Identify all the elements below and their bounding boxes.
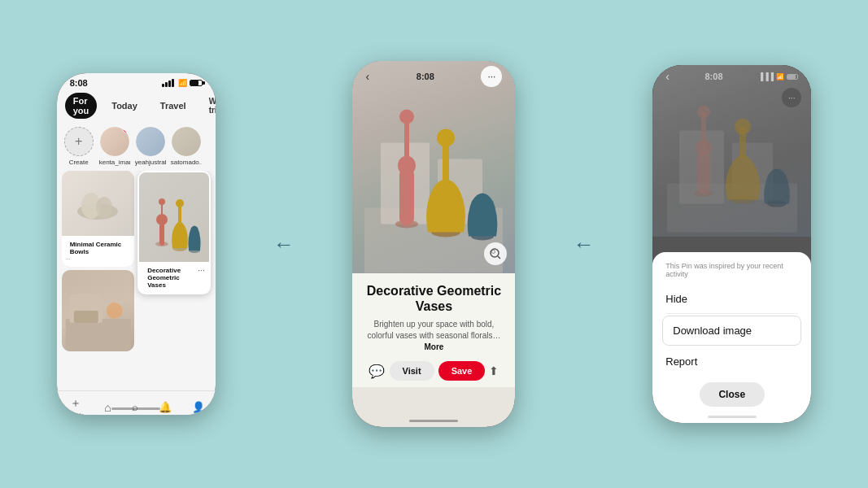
svg-rect-35 (697, 150, 710, 195)
phone2-vases-svg (364, 61, 503, 273)
story-kenta[interactable]: 2 kenta_iman (99, 127, 130, 166)
phone-3: ‹ 8:08 ▐▐▐ 📶 (652, 65, 811, 423)
phone3-status-icons: ▐▐▐ 📶 (758, 72, 798, 81)
save-button[interactable]: Save (438, 361, 486, 381)
create-avatar: + (64, 127, 94, 156)
menu-item-download[interactable]: Download image (662, 316, 801, 346)
story-name-yeah: yeahjustrafa (135, 159, 166, 166)
lens-button[interactable] (484, 242, 507, 265)
phone2-back-button[interactable]: ‹ (365, 70, 369, 83)
menu-sheet: This Pin was inspired by your recent act… (652, 252, 811, 423)
bottom-nav-create[interactable]: ＋ Create (67, 396, 84, 415)
pin-vases[interactable]: Decorative Geometric Vases ··· (137, 171, 211, 294)
menu-item-hide[interactable]: Hide (665, 285, 798, 314)
phone3-status: ‹ 8:08 ▐▐▐ 📶 (652, 65, 811, 86)
pin-img-ceramic (62, 171, 135, 236)
lens-icon (489, 247, 502, 260)
bell-icon: 🔔 (159, 401, 172, 413)
svg-rect-3 (65, 319, 130, 351)
bottom-nav-profile[interactable]: 👤 (192, 401, 205, 413)
phone-2: ‹ 8:08 ··· Decorative Geometric Vases Br… (352, 61, 515, 427)
bottom-nav-home[interactable]: ⌂ (104, 401, 111, 414)
story-create[interactable]: + Create (63, 127, 94, 166)
masonry-col-2: Decorative Geometric Vases ··· (137, 171, 211, 390)
story-yeah[interactable]: yeahjustrafa (135, 127, 166, 166)
battery-icon (190, 80, 203, 86)
home-indicator-2 (409, 420, 458, 422)
arrow-2: ← (574, 232, 595, 257)
phone2-image (352, 61, 515, 273)
phone-1: 8:08 📶 For you Today Travel Week (57, 73, 216, 415)
nav-for-you[interactable]: For you (65, 93, 98, 119)
vases-thumb-svg (146, 179, 203, 256)
share-icon[interactable]: ⬆ (489, 364, 499, 377)
wifi-icon: 📶 (178, 79, 187, 87)
phone3-wifi-icon: 📶 (776, 73, 784, 81)
svg-rect-22 (404, 117, 409, 169)
story-avatar-yeah (136, 127, 165, 156)
pin-title: Decorative Geometric Vases (365, 283, 502, 314)
status-icons-1: 📶 (162, 79, 203, 87)
pin-content: Decorative Geometric Vases Brighten up y… (352, 273, 515, 387)
phone3-vases-svg (667, 65, 797, 237)
svg-rect-20 (399, 168, 414, 226)
svg-line-29 (498, 256, 500, 259)
masonry-col-1: Minimal Ceramic Bowls ··· (62, 171, 135, 390)
svg-point-11 (159, 198, 165, 205)
phone2-status-right: 8:08 (417, 72, 434, 81)
nav-weekend[interactable]: Weekend trip (201, 94, 216, 118)
phone2-inner: ‹ 8:08 ··· Decorative Geometric Vases Br… (352, 61, 515, 427)
nav-today[interactable]: Today (103, 98, 146, 114)
pin-actions: 💬 Visit Save ⬆ (365, 361, 502, 381)
home-indicator-3 (708, 416, 757, 418)
comment-icon[interactable]: 💬 (369, 364, 385, 379)
more-link[interactable]: More (425, 342, 444, 351)
svg-point-6 (106, 303, 122, 319)
plus-icon: ＋ (70, 396, 81, 411)
visit-button[interactable]: Visit (390, 361, 434, 381)
story-sato[interactable]: satomado... (171, 127, 202, 166)
phone3-inner: ‹ 8:08 ▐▐▐ 📶 (652, 65, 811, 423)
masonry-grid: Minimal Ceramic Bowls ··· (57, 171, 216, 390)
bottom-nav-bell[interactable]: 🔔 (159, 401, 172, 413)
svg-point-41 (735, 119, 751, 135)
pin-label-ceramic: Minimal Ceramic Bowls (66, 238, 131, 256)
home-icon: ⌂ (104, 401, 111, 414)
pin-label-vases: Decorative Geometric Vases (143, 264, 198, 290)
phone1-nav: For you Today Travel Weekend trip (57, 89, 216, 124)
phone2-menu-button[interactable]: ··· (481, 66, 502, 87)
story-name-sato: satomado... (171, 159, 202, 166)
phone2-status: ‹ 8:08 ··· (352, 61, 515, 90)
phone3-battery-icon (787, 74, 798, 80)
home-indicator-1 (111, 407, 160, 410)
notification-dot: 2 (123, 127, 129, 133)
svg-rect-8 (159, 224, 164, 246)
pin-img-vases (139, 172, 209, 262)
pin-more-vases[interactable]: ··· (198, 264, 204, 275)
pin-description: Brighten up your space with bold, colorf… (365, 319, 502, 353)
phone3-signal-icon: ▐▐▐ (758, 72, 774, 81)
bottom-nav-label-create: Create (67, 412, 84, 415)
nav-travel[interactable]: Travel (152, 98, 194, 114)
story-avatar-sato (172, 127, 201, 156)
bottom-nav: ＋ Create ⌂ ⌕ 🔔 👤 (57, 390, 216, 415)
phone3-time: 8:08 (705, 72, 723, 81)
pin-more-ceramic[interactable]: ··· (66, 256, 71, 262)
menu-item-report[interactable]: Report (665, 347, 798, 376)
story-name-create: Create (69, 159, 89, 166)
close-button[interactable]: Close (700, 382, 765, 407)
svg-point-14 (176, 199, 184, 207)
room-svg (62, 270, 135, 351)
svg-point-2 (96, 197, 112, 218)
ceramic-svg (73, 183, 122, 224)
signal-icon (162, 79, 174, 87)
pin-ceramic[interactable]: Minimal Ceramic Bowls ··· (62, 171, 135, 267)
story-name-kenta: kenta_iman (99, 159, 130, 166)
pin-room[interactable] (62, 270, 135, 351)
time-1: 8:08 (70, 78, 88, 88)
phone3-back-button[interactable]: ‹ (665, 70, 670, 83)
phone2-time: 8:08 (417, 72, 434, 81)
scene: 8:08 📶 For you Today Travel Week (0, 0, 868, 488)
svg-point-26 (437, 129, 455, 147)
status-bar-1: 8:08 📶 (57, 73, 216, 89)
